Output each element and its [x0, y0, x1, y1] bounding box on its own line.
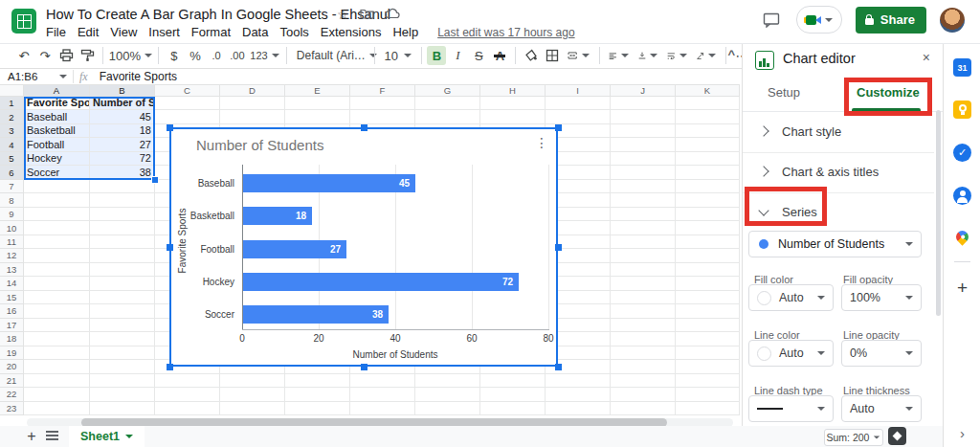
undo-button[interactable]: ↶ — [14, 46, 33, 65]
cell-F23[interactable] — [350, 402, 415, 415]
cell-A21[interactable] — [24, 374, 90, 388]
get-add-ons-button[interactable]: + — [944, 278, 980, 299]
cell-E23[interactable] — [285, 402, 350, 415]
cell-K23[interactable] — [676, 402, 740, 415]
cell-J9[interactable] — [611, 208, 676, 221]
sheet-tab[interactable]: Sheet1 — [69, 426, 145, 447]
select-line-color[interactable]: Auto — [748, 340, 834, 367]
column-header-I[interactable]: I — [546, 84, 611, 97]
fill-color-button[interactable] — [522, 46, 541, 65]
cell-K19[interactable] — [676, 346, 740, 360]
format-currency-button[interactable]: $ — [165, 46, 184, 65]
increase-decimal-button[interactable]: .00 — [228, 46, 247, 65]
cell-A6[interactable]: Soccer — [24, 166, 90, 179]
google-contacts-icon[interactable] — [953, 187, 971, 205]
cell-K10[interactable] — [676, 221, 740, 235]
cell-H1[interactable] — [480, 97, 546, 110]
cell-J2[interactable] — [611, 110, 676, 123]
column-header-F[interactable]: F — [350, 84, 415, 97]
section-chart-style[interactable]: Chart style — [743, 112, 934, 150]
cell-F22[interactable] — [350, 388, 415, 401]
selection-fill-handle[interactable] — [151, 176, 159, 184]
cell-K21[interactable] — [676, 374, 740, 388]
row-header-1[interactable]: 1 — [0, 97, 24, 110]
cell-A13[interactable] — [24, 263, 90, 277]
cell-B12[interactable] — [90, 249, 155, 262]
embedded-chart[interactable]: Number of Students ⋮ 02040608045Baseball… — [169, 127, 558, 367]
cell-A22[interactable] — [24, 388, 90, 401]
cell-F21[interactable] — [350, 374, 415, 388]
series-selector[interactable]: Number of Students — [748, 231, 922, 257]
cell-C2[interactable] — [155, 110, 220, 123]
cell-E21[interactable] — [285, 374, 350, 388]
select-fill-opacity[interactable]: 100% — [841, 284, 922, 311]
cell-J16[interactable] — [611, 304, 676, 318]
menu-edit[interactable]: Edit — [72, 24, 104, 40]
section-chart-axis-titles[interactable]: Chart & axis titles — [743, 152, 934, 190]
row-header-13[interactable]: 13 — [0, 263, 24, 277]
cell-J21[interactable] — [611, 374, 676, 388]
google-keep-icon[interactable] — [953, 101, 971, 119]
cell-B5[interactable]: 72 — [90, 152, 155, 166]
cell-A20[interactable] — [24, 360, 90, 373]
cell-I2[interactable] — [546, 110, 611, 123]
print-button[interactable] — [56, 46, 76, 65]
cell-B16[interactable] — [90, 304, 155, 318]
cell-A12[interactable] — [24, 249, 90, 262]
google-maps-icon[interactable] — [953, 230, 971, 248]
cell-B6[interactable]: 38 — [90, 166, 155, 179]
move-folder-icon[interactable] — [360, 7, 374, 22]
row-header-7[interactable]: 7 — [0, 180, 24, 193]
font-size-select[interactable]: 10 — [381, 46, 415, 65]
bar-hockey[interactable] — [243, 273, 519, 291]
column-header-E[interactable]: E — [285, 84, 350, 97]
merge-cells-select[interactable] — [564, 46, 592, 65]
close-icon[interactable]: × — [923, 50, 930, 65]
row-header-3[interactable]: 3 — [0, 124, 24, 138]
cell-A9[interactable] — [24, 208, 90, 221]
number-format-select[interactable]: 123 — [249, 46, 280, 65]
menu-file[interactable]: File — [40, 24, 72, 40]
column-header-B[interactable]: B — [90, 84, 155, 97]
row-header-8[interactable]: 8 — [0, 193, 24, 207]
cell-I21[interactable] — [546, 374, 611, 388]
redo-button[interactable]: ↷ — [35, 46, 55, 65]
row-header-6[interactable]: 6 — [0, 166, 24, 179]
account-avatar[interactable] — [940, 8, 965, 33]
row-header-16[interactable]: 16 — [0, 304, 24, 318]
cell-A4[interactable]: Football — [24, 138, 90, 151]
tab-setup[interactable]: Setup — [768, 85, 800, 100]
cell-A2[interactable]: Baseball — [24, 110, 90, 123]
cell-K15[interactable] — [676, 291, 740, 304]
cell-A3[interactable]: Basketball — [24, 124, 90, 138]
chart-resize-handle[interactable] — [555, 244, 562, 251]
strikethrough-button[interactable]: S — [469, 46, 488, 65]
cell-J23[interactable] — [611, 402, 676, 415]
bar-soccer[interactable] — [243, 305, 389, 324]
cell-J1[interactable] — [611, 97, 676, 110]
cell-B20[interactable] — [90, 360, 155, 373]
font-select[interactable]: Default (Ari… — [293, 46, 368, 65]
chart-resize-handle[interactable] — [361, 364, 368, 370]
cell-K2[interactable] — [676, 110, 740, 123]
cell-K8[interactable] — [676, 193, 740, 207]
cell-D21[interactable] — [220, 374, 285, 388]
chart-resize-handle[interactable] — [555, 364, 562, 370]
sum-indicator[interactable]: Sum: 200 — [824, 429, 883, 446]
cell-A5[interactable]: Hockey — [24, 152, 90, 166]
row-header-23[interactable]: 23 — [0, 402, 24, 415]
meet-call-button[interactable] — [796, 6, 842, 34]
cell-D22[interactable] — [220, 388, 285, 401]
cell-J22[interactable] — [611, 388, 676, 401]
formula-input[interactable]: Favorite Sports — [100, 70, 177, 83]
paint-format-button[interactable] — [78, 46, 97, 65]
cell-A18[interactable] — [24, 332, 90, 346]
row-header-15[interactable]: 15 — [0, 291, 24, 304]
select-line-dash-type[interactable] — [748, 395, 834, 422]
cell-J3[interactable] — [611, 124, 676, 138]
cell-J7[interactable] — [611, 180, 676, 193]
cell-G2[interactable] — [415, 110, 480, 123]
cell-J4[interactable] — [611, 138, 676, 151]
cell-A15[interactable] — [24, 291, 90, 304]
chart-resize-handle[interactable] — [167, 244, 173, 251]
